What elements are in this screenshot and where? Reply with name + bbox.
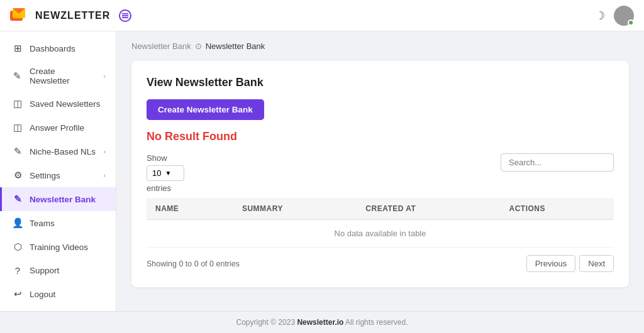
pagination-row: Showing 0 to 0 of 0 entries Previous Nex… [147,255,614,272]
newsletter-bank-icon: ✎ [12,194,23,205]
table-header: NAMESUMMARYCREATED ATACTIONS [147,198,614,220]
main-card: View Newsletter Bank Create Newsletter B… [131,61,629,287]
breadcrumb-current: Newsletter Bank [206,41,265,51]
sidebar-item-label: Logout [30,290,55,299]
answer-profile-icon: ◫ [12,122,23,133]
empty-table-message: No data available in table [147,220,614,248]
show-select-value: 10 [152,168,161,178]
col-actions: ACTIONS [501,198,614,220]
table-controls: Show 10 ▼ entries [147,153,614,193]
pagination-buttons: Previous Next [526,255,614,272]
col-name: NAME [147,198,233,220]
show-entries-section: Show 10 ▼ entries [147,153,184,193]
teams-icon: 👤 [12,217,23,229]
logo-wrap: NEWZLETTER [10,6,110,26]
logo-icon [10,6,30,26]
online-dot [628,19,634,26]
no-result-text: No Result Found [147,130,614,143]
breadcrumb-separator: ⊙ [195,41,202,51]
settings-icon: ⚙ [12,170,23,181]
sidebar-item-label: Answer Profile [30,123,84,133]
search-input[interactable] [501,153,614,172]
sidebar-item-logout[interactable]: ↩ Logout [0,282,116,306]
sidebar-item-teams[interactable]: 👤 Teams [0,211,116,235]
app-name: NEWZLETTER [35,10,110,21]
show-select-chevron: ▼ [165,170,171,177]
sidebar-item-create-newsletter[interactable]: ✎ Create Newsletter › [0,60,116,92]
topbar: NEWZLETTER ☽ [0,0,644,31]
table-body: No data available in table [147,220,614,248]
sidebar-item-label: Dashboards [30,44,75,53]
footer-brand: Newsletter.io [297,318,343,327]
support-icon: ? [12,265,23,276]
logout-icon: ↩ [12,288,23,300]
search-section [501,153,614,172]
table-row: No data available in table [147,220,614,248]
col-summary: SUMMARY [233,198,357,220]
show-select[interactable]: 10 ▼ [147,165,184,181]
previous-button[interactable]: Previous [526,255,576,272]
sidebar-item-training-videos[interactable]: ⬡ Training Videos [0,235,116,259]
sidebar-item-label: Niche-Based NLs [30,147,96,156]
create-newsletter-bank-button[interactable]: Create Newsletter Bank [147,99,264,120]
dashboards-icon: ⊞ [12,43,23,54]
card-title: View Newsletter Bank [147,76,614,89]
footer: Copyright © 2023 Newsletter.io All right… [0,311,644,333]
hamburger-icon[interactable] [118,8,133,23]
create-newsletter-icon: ✎ [12,70,23,82]
layout: ⊞ Dashboards ✎ Create Newsletter › ◫ Sav… [0,31,644,311]
newsletter-bank-table: NAMESUMMARYCREATED ATACTIONS No data ava… [147,198,614,248]
sidebar-item-newsletter-bank[interactable]: ✎ Newsletter Bank [0,187,116,211]
sidebar-item-answer-profile[interactable]: ◫ Answer Profile [0,116,116,139]
footer-text: Copyright © 2023 Newsletter.io All right… [236,318,408,327]
niche-based-nls-icon: ✎ [12,146,23,157]
sidebar-item-settings[interactable]: ⚙ Settings › [0,163,116,187]
next-button[interactable]: Next [579,255,614,272]
sidebar-item-niche-based-nls[interactable]: ✎ Niche-Based NLs › [0,139,116,163]
topbar-left: NEWZLETTER [10,6,133,26]
chevron-icon: › [103,148,106,155]
showing-text: Showing 0 to 0 of 0 entries [147,259,240,268]
chevron-icon: › [103,172,106,179]
topbar-right: ☽ [595,6,634,26]
sidebar-item-label: Training Videos [30,243,88,252]
col-created_at: CREATED AT [357,198,500,220]
sidebar-item-dashboards[interactable]: ⊞ Dashboards [0,36,116,60]
sidebar-item-label: Support [30,266,59,275]
sidebar-item-saved-newsletters[interactable]: ◫ Saved Newsletters [0,92,116,116]
show-label: Show [147,153,184,163]
dark-mode-icon[interactable]: ☽ [595,9,605,23]
sidebar-item-label: Teams [30,219,55,228]
main-content: Newsletter Bank ⊙ Newsletter Bank View N… [116,31,644,311]
sidebar-item-label: Create Newsletter [30,67,97,85]
chevron-icon: › [103,72,106,80]
training-videos-icon: ⬡ [12,241,23,253]
sidebar-item-support[interactable]: ? Support [0,259,116,282]
entries-label: entries [147,183,184,193]
breadcrumb-parent: Newsletter Bank [131,41,191,51]
sidebar: ⊞ Dashboards ✎ Create Newsletter › ◫ Sav… [0,31,116,311]
avatar[interactable] [614,6,634,26]
saved-newsletters-icon: ◫ [12,98,23,109]
breadcrumb: Newsletter Bank ⊙ Newsletter Bank [131,41,629,51]
sidebar-item-label: Saved Newsletters [30,99,101,109]
sidebar-item-label: Settings [30,171,60,180]
sidebar-item-label: Newsletter Bank [30,195,96,204]
